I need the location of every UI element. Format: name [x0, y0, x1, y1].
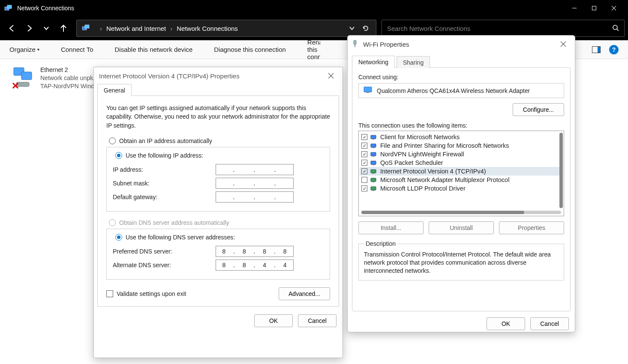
component-item[interactable]: Internet Protocol Version 4 (TCP/IPv4): [360, 167, 563, 176]
properties-button[interactable]: Properties: [499, 221, 564, 234]
tab-sharing[interactable]: Sharing: [397, 56, 430, 68]
close-button[interactable]: [604, 0, 624, 16]
window-titlebar: Network Connections: [0, 0, 628, 16]
disable-device-button[interactable]: Disable this network device: [114, 46, 192, 53]
gateway-input[interactable]: . . .: [216, 191, 294, 203]
validate-on-exit-checkbox[interactable]: Validate settings upon exit: [106, 290, 186, 297]
search-icon: [612, 24, 619, 33]
svg-rect-30: [371, 161, 376, 164]
component-label: File and Printer Sharing for Microsoft N…: [380, 142, 509, 149]
ip-address-label: IP address:: [113, 166, 216, 173]
svg-rect-23: [367, 92, 369, 93]
components-listbox[interactable]: Client for Microsoft NetworksFile and Pr…: [358, 131, 564, 216]
ip-address-input[interactable]: . . .: [216, 164, 294, 175]
wifi-cancel-button[interactable]: Cancel: [530, 317, 569, 330]
address-bar[interactable]: › Network and Internet › Network Connect…: [76, 20, 376, 37]
breadcrumb-chevron: ›: [100, 25, 102, 32]
component-icon: [370, 160, 378, 166]
radio-use-following-ip[interactable]: Use the following IP address:: [115, 152, 207, 159]
svg-point-9: [613, 25, 617, 30]
adapter-select[interactable]: Qualcomm Atheros QCA61x4A Wireless Netwo…: [358, 83, 564, 98]
wifi-ok-button[interactable]: OK: [487, 317, 525, 330]
refresh-button[interactable]: [361, 25, 371, 32]
component-icon: [370, 151, 378, 157]
wifi-close-button[interactable]: [557, 38, 570, 51]
ipv4-cancel-button[interactable]: Cancel: [298, 314, 337, 327]
wifi-properties-dialog: Wi-Fi Properties Networking Sharing Conn…: [347, 35, 575, 332]
window-title: Network Connections: [17, 5, 74, 12]
diagnose-button[interactable]: Diagnose this connection: [214, 46, 286, 53]
rename-button[interactable]: Rename this connection: [307, 39, 320, 60]
ipv4-intro-text: You can get IP settings assigned automat…: [106, 104, 330, 130]
component-label: Client for Microsoft Networks: [380, 134, 460, 140]
component-checkbox[interactable]: [361, 168, 367, 174]
configure-button[interactable]: Configure...: [513, 103, 564, 116]
svg-rect-29: [373, 156, 374, 157]
advanced-button[interactable]: Advanced...: [279, 287, 330, 300]
svg-rect-34: [371, 178, 376, 182]
description-group: Description Transmission Control Protoco…: [358, 240, 564, 280]
maximize-button[interactable]: [584, 0, 604, 16]
component-item[interactable]: Client for Microsoft Networks: [360, 133, 563, 141]
component-checkbox[interactable]: [361, 185, 367, 191]
organize-menu[interactable]: Organize ▾: [9, 46, 39, 53]
recent-dropdown[interactable]: [38, 20, 55, 37]
connect-to-button[interactable]: Connect To: [61, 46, 93, 53]
app-icon: [4, 5, 13, 12]
component-item[interactable]: File and Printer Sharing for Microsoft N…: [360, 141, 563, 150]
component-label: Microsoft LLDP Protocol Driver: [380, 185, 466, 192]
component-checkbox[interactable]: [361, 160, 367, 166]
alternate-dns-label: Alternate DNS server:: [113, 262, 216, 269]
tab-general[interactable]: General: [97, 84, 132, 96]
subnet-mask-input[interactable]: . . .: [216, 178, 294, 189]
svg-rect-26: [371, 144, 376, 147]
scrollbar-horizontal-thumb[interactable]: [361, 211, 524, 214]
svg-rect-8: [85, 25, 89, 28]
breadcrumb-seg[interactable]: Network and Internet: [106, 25, 166, 32]
network-adapter-icon: [363, 86, 373, 95]
minimize-button[interactable]: [565, 0, 584, 16]
component-icon: [370, 143, 378, 149]
view-panel-toggle[interactable]: [592, 46, 601, 53]
component-checkbox[interactable]: [361, 143, 367, 149]
ipv4-ok-button[interactable]: OK: [254, 314, 293, 327]
component-checkbox[interactable]: [361, 177, 367, 183]
radio-use-following-dns[interactable]: Use the following DNS server addresses:: [115, 234, 238, 241]
ipv4-close-button[interactable]: [325, 69, 337, 82]
component-item[interactable]: QoS Packet Scheduler: [360, 158, 563, 167]
address-dropdown[interactable]: [347, 25, 357, 31]
location-icon: [82, 24, 90, 33]
help-icon[interactable]: ?: [609, 45, 619, 54]
component-item[interactable]: Microsoft Network Adapter Multiplexor Pr…: [360, 176, 563, 184]
svg-line-10: [617, 29, 619, 31]
radio-obtain-ip-auto[interactable]: Obtain an IP address automatically: [109, 137, 330, 144]
component-checkbox[interactable]: [361, 151, 367, 157]
connect-using-label: Connect using:: [358, 74, 564, 81]
svg-rect-1: [7, 5, 12, 9]
breadcrumb-chevron: ›: [170, 25, 172, 32]
uninstall-button[interactable]: Uninstall: [429, 221, 494, 234]
component-item[interactable]: NordVPN LightWeight Firewall: [360, 150, 563, 158]
search-input[interactable]: Search Network Connections: [382, 20, 625, 37]
forward-button[interactable]: [21, 20, 38, 37]
back-button[interactable]: [3, 20, 21, 37]
svg-rect-37: [373, 190, 374, 191]
subnet-mask-label: Subnet mask:: [113, 180, 216, 187]
component-item[interactable]: Microsoft LLDP Protocol Driver: [360, 184, 563, 193]
component-checkbox[interactable]: [361, 134, 367, 140]
wifi-dialog-title: Wi-Fi Properties: [363, 41, 409, 48]
preferred-dns-input[interactable]: 8. 8. 8. 8: [216, 246, 294, 257]
ipv4-properties-dialog: Internet Protocol Version 4 (TCP/IPv4) P…: [93, 67, 343, 358]
alternate-dns-input[interactable]: 8. 8. 4. 4: [216, 260, 294, 271]
uses-items-label: This connection uses the following items…: [358, 122, 564, 129]
wifi-dialog-icon: [352, 39, 359, 49]
component-label: QoS Packet Scheduler: [380, 159, 443, 166]
breadcrumb-seg[interactable]: Network Connections: [177, 25, 238, 32]
preferred-dns-label: Preferred DNS server:: [113, 248, 216, 255]
svg-rect-33: [373, 173, 374, 174]
up-button[interactable]: [55, 20, 72, 37]
component-label: NordVPN LightWeight Firewall: [380, 151, 464, 158]
install-button[interactable]: Install...: [358, 221, 424, 234]
scrollbar-vertical[interactable]: [559, 133, 563, 208]
tab-networking[interactable]: Networking: [352, 56, 395, 68]
